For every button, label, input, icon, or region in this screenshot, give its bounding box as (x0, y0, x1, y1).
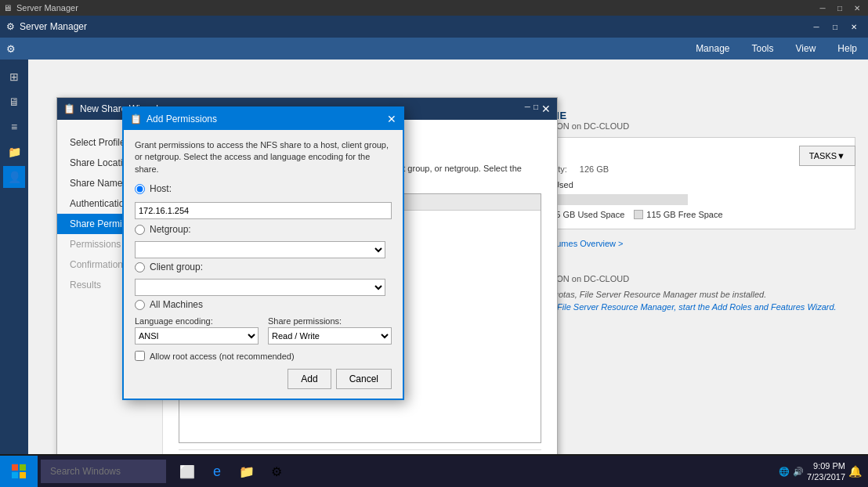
language-encoding-select[interactable]: ANSI UTF-8 UTF-16 (135, 327, 259, 345)
share-permissions-label: Share permissions: (268, 316, 392, 326)
sm-title-left: ⚙ Server Manager (6, 21, 87, 32)
top-chrome: 🖥 Server Manager ─ □ ✕ (0, 0, 868, 16)
language-encoding-label: Language encoding: (135, 316, 259, 326)
quota-install-link[interactable]: To install File Server Resource Manager,… (521, 302, 837, 312)
windows-logo-icon (12, 464, 26, 478)
share-permissions-select[interactable]: No Access Read Only Read / Write (268, 327, 392, 345)
quota-title: QUOTA (521, 262, 855, 274)
menu-manage[interactable]: Manage (691, 40, 734, 57)
capacity-info: Capacity: 126 GB (531, 164, 845, 174)
sidebar-icon-dashboard[interactable]: ⊞ (3, 66, 25, 88)
window-title: 🖥 Server Manager (3, 3, 78, 13)
window-controls: ─ □ ✕ (815, 2, 865, 13)
sm-titlebar: ⚙ Server Manager ─ □ ✕ (0, 16, 868, 38)
apd-add-button[interactable]: Add (288, 369, 331, 389)
apd-titlebar: 📋 Add Permissions ✕ (124, 108, 403, 130)
task-view-icon[interactable]: ⬜ (175, 460, 199, 483)
apd-icon: 📋 (130, 114, 142, 124)
sidebar-icon-local[interactable]: 🖥 (3, 91, 25, 113)
window-icon: 🖥 (3, 3, 12, 13)
wizard-close[interactable]: ✕ (541, 103, 551, 115)
wizard-title-btns: ─ □ ✕ (525, 103, 551, 115)
search-input[interactable] (41, 460, 166, 483)
quota-message: To use quotas, File Server Resource Mana… (521, 290, 855, 299)
apd-title-text: Add Permissions (146, 114, 217, 124)
taskbar: ⬜ e 📁 ⚙ 🌐 🔊 9:09 PM 7/23/2017 🔔 (0, 456, 868, 487)
wizard-minimize[interactable]: ─ (525, 103, 530, 115)
netgroup-select[interactable] (135, 241, 385, 258)
volume-icon: 🔊 (793, 467, 804, 477)
allow-root-checkbox[interactable] (135, 351, 145, 361)
quota-subtitle: NETLOGON on DC-CLOUD (521, 274, 855, 283)
host-input[interactable] (135, 202, 392, 219)
volume-title: VOLUME (521, 110, 855, 121)
client-group-select[interactable] (135, 279, 385, 296)
drive-label: (C:) (531, 147, 845, 161)
all-machines-radio[interactable] (135, 300, 145, 310)
sm-title-text: Server Manager (20, 21, 87, 32)
free-space-label: 115 GB Free Space (646, 210, 722, 219)
apd-title-left: 📋 Add Permissions (130, 114, 217, 124)
apd-cancel-button[interactable]: Cancel (336, 369, 392, 389)
clock-date: 7/23/2017 (807, 471, 845, 482)
menu-help[interactable]: Help (833, 40, 862, 57)
wizard-icon: 📋 (63, 103, 75, 114)
client-group-label: Client group: (150, 262, 203, 272)
wizard-maximize[interactable]: □ (533, 103, 538, 115)
network-icon: 🌐 (779, 467, 790, 477)
client-group-option-row: Client group: (135, 262, 392, 272)
apd-content: Grant permissions to access the NFS shar… (124, 130, 403, 399)
volume-section: VOLUME NETLOGON on DC-CLOUD TASKS ▼ (C:)… (521, 110, 855, 250)
encoding-permissions-row: Language encoding: ANSI UTF-8 UTF-16 Sha… (135, 316, 392, 345)
sm-logo: ⚙ (6, 43, 16, 55)
sm-sidebar: ⊞ 🖥 ≡ 📁 👤 (0, 60, 28, 454)
server-manager-taskbar-icon[interactable]: ⚙ (265, 460, 288, 483)
sm-menubar: ⚙ Manage Tools View Help (0, 38, 868, 60)
all-machines-option-row: All Machines (135, 299, 392, 310)
sm-maximize[interactable]: □ (827, 20, 843, 33)
allow-root-label: Allow root access (not recommended) (150, 352, 295, 361)
close-button[interactable]: ✕ (849, 2, 865, 13)
apd-description: Grant permissions to access the NFS shar… (135, 139, 392, 175)
wizard-footer: Add... Edit... Remove < Previous Next > … (179, 449, 542, 454)
taskbar-icons: ⬜ e 📁 ⚙ (169, 460, 295, 483)
minimize-button[interactable]: ─ (815, 2, 830, 13)
share-permissions-col: Share permissions: No Access Read Only R… (268, 316, 392, 345)
sm-title-right: ─ □ ✕ (808, 20, 862, 33)
maximize-button[interactable]: □ (832, 2, 848, 13)
sm-close[interactable]: ✕ (846, 20, 862, 33)
system-tray: 🌐 🔊 (779, 467, 804, 477)
netgroup-label: Netgroup: (150, 224, 191, 235)
tasks-button[interactable]: TASKS ▼ (799, 146, 855, 166)
sidebar-icon-files[interactable]: 👤 (3, 166, 25, 188)
sm-minimize[interactable]: ─ (808, 20, 824, 33)
menu-tools[interactable]: Tools (747, 40, 779, 57)
svg-rect-1 (20, 464, 26, 471)
netgroup-radio[interactable] (135, 225, 145, 235)
client-group-radio[interactable] (135, 262, 145, 272)
sidebar-icon-all[interactable]: ≡ (3, 116, 25, 138)
netgroup-select-row (135, 241, 392, 258)
menu-view[interactable]: View (791, 40, 821, 57)
host-option-row: Host: (135, 183, 392, 194)
server-manager: ⚙ Server Manager ─ □ ✕ ⚙ Manage Tools Vi… (0, 16, 868, 454)
sm-body: ⊞ 🖥 ≡ 📁 👤 VOLUME NETLOGON on DC-CLOUD TA… (0, 60, 868, 454)
start-button[interactable] (0, 456, 38, 487)
host-radio[interactable] (135, 184, 145, 194)
notification-icon[interactable]: 🔔 (848, 465, 862, 478)
host-label: Host: (150, 183, 172, 194)
apd-close-button[interactable]: ✕ (387, 113, 396, 125)
apd-buttons: Add Cancel (135, 369, 392, 389)
quota-section: QUOTA NETLOGON on DC-CLOUD To use quotas… (521, 262, 855, 313)
sidebar-icon-roles[interactable]: 📁 (3, 141, 25, 163)
main-area: VOLUME NETLOGON on DC-CLOUD TASKS ▼ (C:)… (28, 60, 868, 454)
sm-icon: ⚙ (6, 21, 15, 32)
free-dot (634, 210, 643, 219)
language-encoding-col: Language encoding: ANSI UTF-8 UTF-16 (135, 316, 259, 345)
explorer-icon[interactable]: 📁 (235, 460, 259, 483)
allow-root-row: Allow root access (not recommended) (135, 351, 392, 361)
right-panel: VOLUME NETLOGON on DC-CLOUD TASKS ▼ (C:)… (508, 97, 868, 454)
taskbar-left: ⬜ e 📁 ⚙ (0, 456, 295, 487)
free-space-legend: 115 GB Free Space (634, 210, 722, 219)
ie-icon[interactable]: e (205, 460, 229, 483)
